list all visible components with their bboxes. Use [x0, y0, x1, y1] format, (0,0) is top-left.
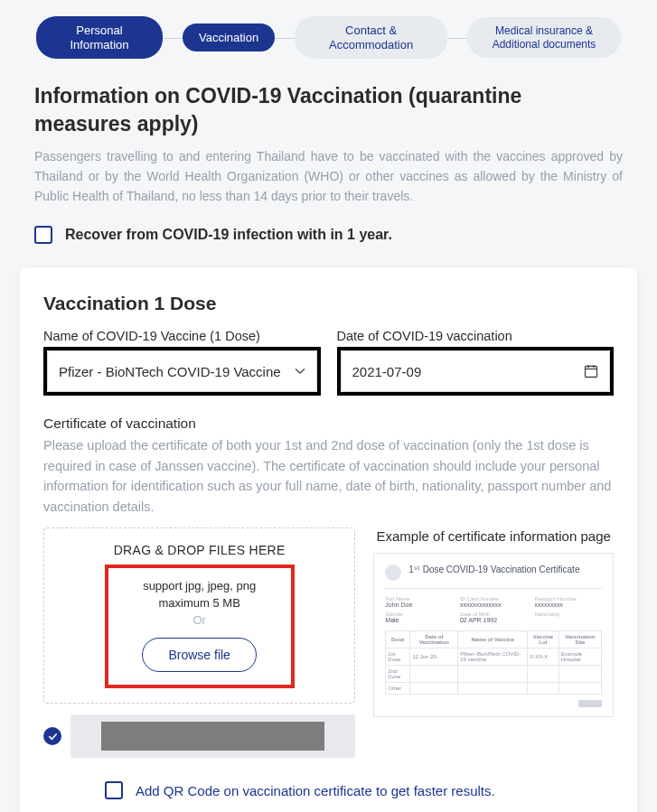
upload-success-icon — [43, 727, 61, 745]
certificate-desc: Please upload the certificate of both yo… — [43, 435, 614, 517]
certificate-example-heading: 1ˢᵗ Dose COVID-19 Vaccination Certificat… — [408, 565, 579, 575]
intro-text: Passengers travelling to and entering Th… — [34, 147, 623, 206]
dropzone-support-text: support jpg, jpeg, png — [117, 579, 282, 593]
vaccine-date-highlight: 2021-07-09 — [337, 347, 615, 396]
step-personal-information[interactable]: Personal Information — [36, 16, 163, 59]
uploaded-file-chip[interactable] — [70, 714, 355, 758]
browse-file-button[interactable]: Browse file — [142, 638, 256, 672]
vaccine-date-label: Date of COVID-19 vaccination — [337, 329, 615, 343]
qr-label: Add QR Code on vaccination certificate t… — [136, 783, 495, 798]
qr-checkbox[interactable] — [105, 781, 123, 799]
intro-block: Information on COVID-19 Vaccination (qua… — [0, 82, 657, 206]
step-vaccination[interactable]: Vaccination — [183, 23, 275, 52]
recovery-checkbox[interactable] — [34, 226, 52, 244]
page-title: Information on COVID-19 Vaccination (qua… — [34, 82, 623, 138]
vaccine-name-highlight: Pfizer - BioNTech COVID-19 Vaccine — [43, 347, 321, 396]
vaccine-name-select[interactable]: Pfizer - BioNTech COVID-19 Vaccine — [47, 350, 317, 392]
stepper: Personal Information Vaccination Contact… — [0, 16, 657, 59]
step-contact-accommodation[interactable]: Contact & Accommodation — [295, 16, 447, 59]
certificate-example-title: Example of certificate information page — [373, 527, 614, 546]
chevron-down-icon — [295, 366, 305, 377]
recovery-label: Recover from COVID-19 infection with in … — [65, 227, 392, 243]
dropzone-or-text: Or — [117, 613, 282, 627]
vaccine-date-input[interactable]: 2021-07-09 — [341, 350, 611, 392]
dose-heading: Vaccination 1 Dose — [43, 293, 614, 314]
dropzone-title: DRAG & DROP FILES HERE — [57, 543, 342, 557]
svg-rect-0 — [586, 367, 597, 378]
certificate-label: Certificate of vaccination — [43, 415, 614, 432]
dropzone-highlight: support jpg, jpeg, png maximum 5 MB Or B… — [105, 565, 295, 688]
step-medical-insurance[interactable]: Medical insurance & Additional documents — [467, 17, 621, 58]
calendar-icon — [584, 364, 598, 378]
upload-dropzone[interactable]: DRAG & DROP FILES HERE support jpg, jpeg… — [43, 527, 355, 704]
dropzone-maxsize-text: maximum 5 MB — [117, 596, 282, 610]
vaccine-date-value: 2021-07-09 — [352, 364, 577, 379]
vaccine-name-label: Name of COVID-19 Vaccine (1 Dose) — [43, 329, 321, 343]
vaccine-name-value: Pfizer - BioNTech COVID-19 Vaccine — [59, 364, 287, 379]
certificate-example-image: 1ˢᵗ Dose COVID-19 Vaccination Certificat… — [373, 553, 614, 717]
uploaded-file-row — [43, 714, 355, 758]
dose-card: Vaccination 1 Dose Name of COVID-19 Vacc… — [20, 267, 637, 812]
uploaded-file-name-redacted — [101, 722, 324, 751]
